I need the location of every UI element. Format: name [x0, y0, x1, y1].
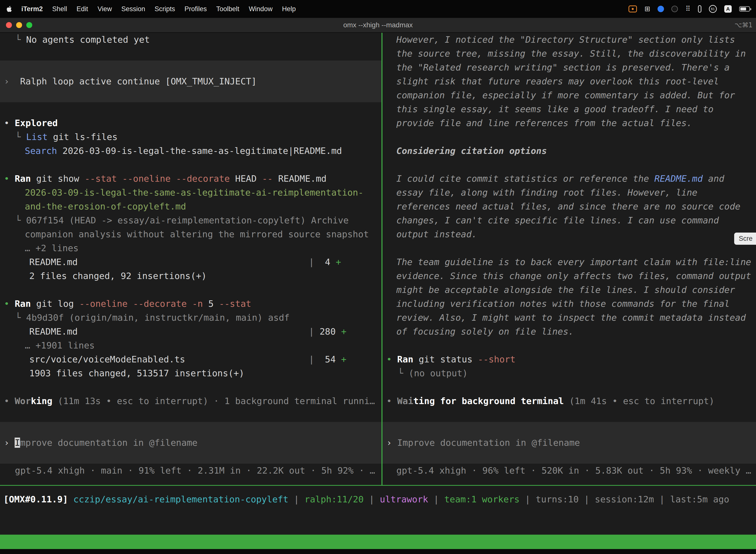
text-segment: Ralph loop active continue [OMX_TMUX_INJ… — [20, 76, 257, 87]
terminal-line: of focusing solely on file lines. — [382, 325, 756, 339]
terminal-line: … +1901 lines — [0, 339, 381, 352]
terminal-line — [382, 130, 756, 144]
text-segment: Ran — [15, 173, 31, 184]
terminal-line: README.md | 4 + — [0, 255, 381, 269]
menu-bar-left: iTerm2 ShellEditViewSessionScriptsProfil… — [6, 5, 296, 13]
text-segment: team:1 workers — [444, 494, 519, 504]
terminal-line: slight risk that future readers may over… — [382, 74, 756, 88]
text-segment: List — [26, 132, 48, 142]
terminal-line: └ List git ls-files — [0, 130, 381, 144]
text-segment: + — [341, 326, 346, 337]
text-segment: | — [364, 494, 380, 504]
screen-recording-indicator-icon[interactable] — [629, 5, 637, 12]
text-segment: Explored — [15, 118, 58, 128]
menu-item-window[interactable]: Window — [249, 5, 272, 13]
pane-divider-vertical[interactable] — [381, 33, 382, 485]
terminal-line: 1903 files changed, 513517 insertions(+) — [0, 366, 381, 380]
terminal-line — [382, 339, 756, 352]
menu-item-session[interactable]: Session — [121, 5, 145, 13]
text-segment — [78, 257, 309, 267]
text-segment: of focusing solely on file lines. — [396, 326, 574, 337]
terminal-line: Search 2026-03-09-is-legal-the-same-as-l… — [0, 144, 381, 158]
tmux-pane-left[interactable]: └ No agents completed yet› Ralph loop ac… — [0, 33, 381, 485]
apple-menu-icon[interactable] — [6, 5, 12, 12]
window-shortcut-badge: ⌥⌘1 — [735, 18, 753, 33]
window-grid-icon[interactable]: ⊞ — [644, 5, 650, 12]
terminal-line — [0, 47, 381, 61]
text-segment: --stat — [219, 298, 251, 309]
terminal-line: However, I noticed the "Directory Struct… — [382, 33, 756, 47]
screen-overlay-tooltip[interactable]: Scre — [734, 233, 756, 245]
text-segment: • — [386, 396, 397, 406]
text-segment: companion analysis without altering the … — [25, 229, 369, 239]
terminal-line — [0, 422, 381, 436]
window-title-bar[interactable]: omx --xhigh --madmax ⌥⌘1 — [0, 18, 756, 33]
input-source-icon[interactable]: A — [724, 5, 732, 13]
dark-app-icon[interactable] — [672, 6, 678, 12]
terminal-line: • Ran git log --oneline --decorate -n 5 … — [0, 297, 381, 311]
terminal-line: 2026-03-09-is-legal-the-same-as-legitima… — [0, 186, 381, 200]
menu-item-scripts[interactable]: Scripts — [154, 5, 175, 13]
battery-icon[interactable] — [739, 6, 750, 12]
text-segment: turns:10 — [536, 494, 579, 504]
text-segment: Wai — [397, 396, 413, 406]
menu-items: ShellEditViewSessionScriptsProfilesToolb… — [52, 5, 296, 13]
menu-item-profiles[interactable]: Profiles — [185, 5, 207, 13]
battery-gauge-icon[interactable]: 61 — [709, 5, 717, 13]
terminal-line — [382, 158, 756, 172]
text-segment: • — [4, 396, 15, 406]
menu-item-edit[interactable]: Edit — [77, 5, 88, 13]
text-segment: • — [4, 118, 15, 128]
text-segment: 2 files changed, 92 insertions(+) — [29, 271, 207, 281]
pane-divider-horizontal — [0, 485, 756, 486]
text-segment: README.md — [654, 173, 703, 184]
text-segment — [185, 354, 309, 365]
text-segment: output instead. — [396, 229, 477, 239]
text-segment: src/voice/voiceModeEnabled.ts — [29, 354, 185, 365]
terminal-line: └ No agents completed yet — [0, 33, 381, 47]
terminal-line: └ 4b9d30f (origin/main, instructkr/main,… — [0, 311, 381, 325]
text-segment: [OMX#0.11.9] — [3, 494, 68, 504]
capsule-icon[interactable] — [698, 5, 701, 13]
prompt-input[interactable]: › Improve documentation in @filename — [0, 436, 381, 450]
terminal-line — [382, 241, 756, 255]
text-segment: I — [15, 438, 20, 448]
terminal-line — [0, 88, 381, 102]
terminal-line — [382, 450, 756, 464]
blue-app-icon[interactable] — [657, 6, 664, 12]
terminal-line: evidence. Since this change only affects… — [382, 269, 756, 283]
text-segment: | — [520, 494, 536, 504]
text-segment: 4 — [314, 257, 336, 267]
text-segment: ting for background terminal — [413, 396, 564, 406]
tmux-pane-right[interactable]: However, I noticed the "Directory Struct… — [382, 33, 756, 485]
text-segment: ultrawork — [380, 494, 428, 504]
text-segment: | — [289, 494, 305, 504]
battery-gauge-value: 61 — [711, 7, 715, 11]
terminal-line: might be acceptable alongside the file l… — [382, 283, 756, 297]
menu-item-view[interactable]: View — [98, 5, 112, 13]
menu-item-shell[interactable]: Shell — [52, 5, 67, 13]
prompt-input[interactable]: › Improve documentation in @filename — [382, 436, 756, 450]
terminal-line — [382, 408, 756, 422]
terminal-line: I could cite commit statistics or refere… — [382, 172, 756, 186]
text-segment: might be acceptable alongside the file l… — [396, 285, 735, 295]
text-segment: review. Also, I might want to inspect th… — [396, 313, 746, 323]
text-segment: I could cite commit statistics or refere… — [396, 173, 654, 184]
text-segment — [68, 494, 73, 504]
text-segment: 2026-03-09-is-legal-the-same-as-legitima… — [25, 187, 363, 198]
menu-item-iterm2[interactable]: iTerm2 — [21, 5, 43, 13]
text-segment: provide file and line references from th… — [396, 118, 692, 128]
terminal-line: └ (no output) — [382, 366, 756, 380]
menu-item-help[interactable]: Help — [282, 5, 296, 13]
text-segment: | — [309, 354, 314, 365]
menu-item-toolbelt[interactable]: Toolbelt — [216, 5, 239, 13]
terminal-line — [0, 102, 381, 116]
tmux-status-bar: [omx-cczip0:bash* "MacBook-Pro-44.local"… — [0, 535, 756, 549]
terminal-line: The team guideline is to back every impo… — [382, 255, 756, 269]
terminal-line: README.md | 280 + — [0, 325, 381, 339]
text-segment: companion file, especially if more comme… — [396, 90, 735, 100]
dots-grid-icon[interactable]: ⠿ — [685, 5, 691, 12]
terminal-line — [0, 61, 381, 74]
text-segment: gpt-5.4 xhigh · main · 91% left · 2.31M … — [15, 465, 375, 476]
text-segment: --stat --oneline --decorate — [84, 173, 230, 184]
